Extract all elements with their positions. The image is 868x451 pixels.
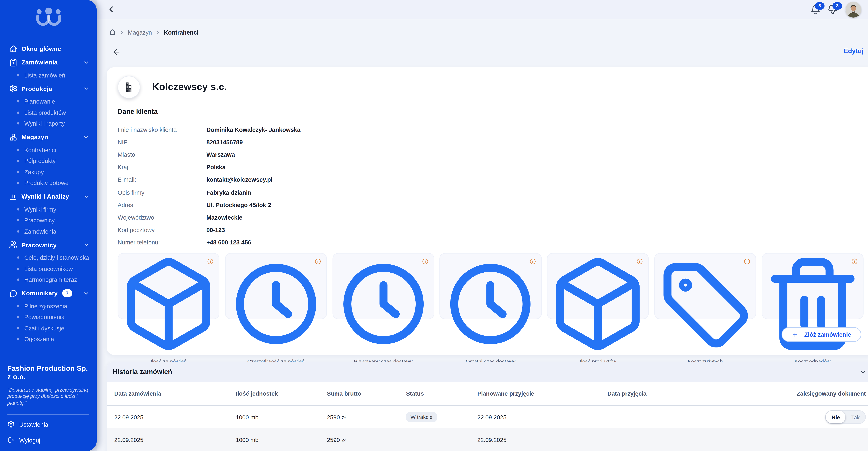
info-icon[interactable] [422,258,429,265]
toggle-yes-option[interactable]: Tak [846,414,865,420]
sidebar-subitem-cele-dzialy-stanowiska[interactable]: Cele, działy i stanowiska [0,252,97,263]
breadcrumb-kontrahenci[interactable]: Kontrahenci [164,29,198,36]
info-icon[interactable] [529,258,536,265]
info-icon[interactable] [207,258,214,265]
sidebar-subitem-wyniki-i-raporty[interactable]: Wyniki i raporty [0,118,97,129]
sidebar-footer: Fashion Production Sp. z o.o. "Dostarcza… [0,364,97,451]
notifications-bell-button[interactable]: 3 [810,4,820,15]
stat-card-ilosc-produktow: Ilość produktów 2 [547,253,649,319]
clipboard-plus-icon [9,58,18,66]
sidebar-item-komunikaty[interactable]: Komunikaty 7 [0,286,97,300]
chevron-right-icon [155,30,160,35]
sidebar-subitem-pilne-zgloszenia[interactable]: Pilne zgłoszenia [0,301,97,312]
sidebar-subitem-label: Powiadomienia [24,314,65,320]
field-label: Imię i nazwisko klienta [118,126,207,133]
client-stats: Ilość zamówień 2 Częstotliwość zamówień … [118,253,864,319]
field-label: Opis firmy [118,189,207,195]
stat-card-planowany-czas-dostawy: Planowany czas dostawy 2 dni [332,253,434,319]
back-chevron-button[interactable] [106,4,116,14]
field-row: NIP82031456789 [118,136,868,148]
sidebar-subitem-lista-pracownikow[interactable]: Lista pracownikow [0,263,97,274]
sidebar-subitem-zakupy[interactable]: Zakupy [0,166,97,177]
sidebar-subitem-powiadomienia[interactable]: Powiadomienia [0,311,97,322]
field-row: E-mail:kontakt@kolczewscy.pl [118,173,868,186]
table-header-row: Data zamówienia Ilość jednostek Suma bru… [107,382,868,406]
sidebar-subitem-produkty-gotowe[interactable]: Produkty gotowe [0,177,97,189]
sidebar-subitem-label: Lista zamówień [24,72,65,79]
field-value: Polska [207,164,225,171]
sidebar-subitem-zamowienia-analizy[interactable]: Zamówienia [0,226,97,237]
tag-icon [655,253,756,355]
bullet-icon [17,149,19,151]
sidebar-item-produkcja[interactable]: Produkcja [0,82,97,95]
divider [7,414,89,415]
chevron-down-icon [83,85,89,92]
sidebar-subitem-planowanie[interactable]: Planowanie [0,96,97,107]
logout-button[interactable]: Wyloguj [7,433,89,447]
settings-button[interactable]: Ustawienia [7,418,89,431]
field-label: Kod pocztowy [118,226,207,233]
chevron-right-icon [119,30,124,35]
field-row: AdresUl. Potockiego 45/lok 2 [118,198,868,211]
logout-icon [7,436,14,444]
info-icon[interactable] [314,258,321,265]
sidebar-subitem-polprodukty[interactable]: Półprodukty [0,155,97,166]
sidebar-subitem-lista-produktow[interactable]: Lista produktów [0,107,97,118]
edit-label: Edytuj [844,48,864,54]
back-arrow-button[interactable] [112,48,121,57]
col-zaksiegowany-dokument: Zaksięgowany dokument [759,391,867,397]
company-avatar [118,76,140,98]
user-avatar[interactable] [845,1,861,17]
cell-planned: 22.09.2025 [477,436,607,443]
logout-label: Wyloguj [19,436,40,443]
clock-icon [440,253,541,355]
edit-button[interactable]: Edytuj [844,48,868,54]
stat-card-ostatni-czas-dostawy: Ostatni czas dostawy 8 dni [439,253,541,319]
bullet-icon [17,208,19,210]
table-row: 22.09.2025 1000 mb 2590 zł 22.09.2025 [107,428,868,451]
info-icon[interactable] [851,258,858,265]
sidebar-item-okno-glowne[interactable]: Okno główne [0,42,97,55]
sidebar-item-magazyn[interactable]: Magazyn [0,130,97,144]
field-row: Opis firmyFabryka dzianin [118,186,868,198]
col-suma-brutto: Suma brutto [327,391,406,397]
field-value: Ul. Potockiego 45/lok 2 [207,201,271,208]
sidebar-subitem-czat-i-dyskusje[interactable]: Czat i dyskusje [0,322,97,334]
sidebar-subitem-wyniki-firmy[interactable]: Wyniki firmy [0,204,97,215]
info-icon[interactable] [744,258,750,265]
thumb-down-button[interactable]: 3 [828,4,838,15]
breadcrumb-magazyn[interactable]: Magazyn [128,29,152,36]
client-card: Kolczewscy s.c. Dane klienta Imię i nazw… [107,67,868,355]
sidebar-subitem-harmonogram[interactable]: Harmonogram teraz [0,274,97,285]
sidebar-subitem-lista-zamowien[interactable]: Lista zamówień [0,70,97,81]
sidebar-subitem-ogloszenia[interactable]: Ogłoszenia [0,334,97,345]
breadcrumb: Magazyn Kontrahenci [109,29,198,36]
sidebar-item-pracownicy[interactable]: Pracownicy [0,238,97,252]
sidebar-item-wyniki-i-analizy[interactable]: Wyniki i Analizy [0,190,97,203]
settings-label: Ustawienia [19,421,48,427]
place-order-button[interactable]: Złóż zamówienie [782,327,861,342]
home-icon[interactable] [109,29,116,36]
sidebar-subitem-kontrahenci[interactable]: Kontrahenci [0,144,97,156]
sidebar-item-label: Pracownicy [22,241,57,248]
field-value: 82031456789 [207,139,243,146]
bullet-icon [17,219,19,222]
order-history-card: Historia zamówień Data zamówienia Ilość … [107,362,868,451]
info-icon[interactable] [637,258,643,265]
company-logo-icon [34,7,63,27]
field-value: kontakt@kolczewscy.pl [207,176,273,183]
unread-count-badge: 7 [62,289,72,297]
clock-icon [225,253,327,355]
col-planowane-przyjecie: Planowane przyjęcie [477,391,607,397]
toggle-no-option[interactable]: Nie [826,411,845,423]
sidebar-subitem-label: Harmonogram teraz [24,276,77,283]
field-label: Miasto [118,151,207,158]
stat-card-koszt-odpadow: Koszt odpadów 0 zł [762,253,864,319]
bullet-icon [17,111,19,114]
sidebar-subitem-pracownicy-analizy[interactable]: Pracownicy [0,215,97,226]
sidebar-subitem-label: Lista produktów [24,109,66,116]
collapse-chevron-icon[interactable] [860,368,867,375]
bullet-icon [17,257,19,259]
sidebar-item-zamowienia[interactable]: Zamówienia [0,55,97,69]
cell-date: 22.09.2025 [114,414,236,420]
